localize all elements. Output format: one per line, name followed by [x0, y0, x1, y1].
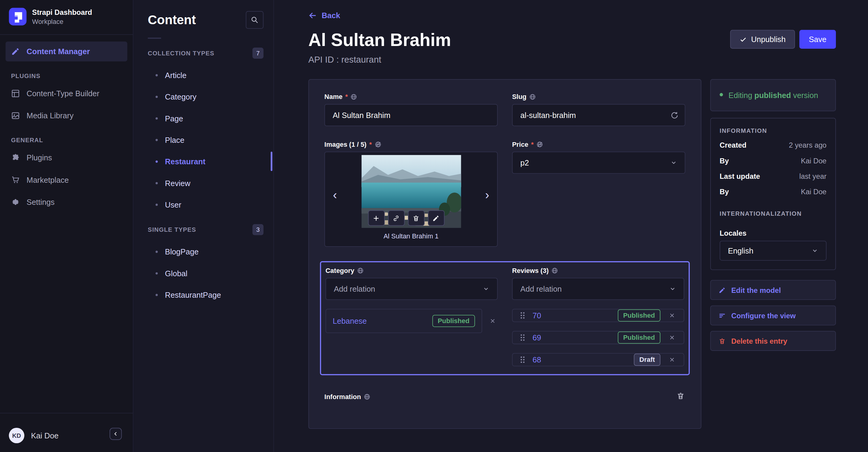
- sidebar-item-plugins[interactable]: Plugins: [5, 148, 127, 168]
- subnav-item-label: Review: [165, 179, 190, 187]
- sidebar-item-label: Content-Type Builder: [27, 89, 100, 98]
- subnav-item-restaurant[interactable]: Restaurant: [148, 151, 263, 172]
- reviews-add-relation-combobox[interactable]: Add relation: [512, 278, 684, 300]
- pencil-icon: [11, 47, 20, 56]
- drag-handle-icon[interactable]: [519, 332, 526, 343]
- category-field-label: Category: [326, 267, 354, 275]
- carousel-next-button[interactable]: ›: [483, 189, 492, 202]
- bullet: [156, 74, 158, 76]
- sidebar-item-settings[interactable]: Settings: [5, 192, 127, 212]
- content-type-builder-icon: [11, 89, 20, 98]
- status-badge: Published: [618, 331, 660, 344]
- subnav-item-category[interactable]: Category: [148, 86, 263, 107]
- edit-model-button[interactable]: Edit the model: [710, 280, 836, 300]
- add-relation-placeholder: Add relation: [334, 284, 375, 293]
- editing-suffix: version: [793, 91, 818, 100]
- brand[interactable]: Strapi Dashboard Workplace: [0, 0, 133, 33]
- information-field-label: Information: [324, 393, 361, 401]
- info-value: 2 years ago: [789, 141, 827, 150]
- search-button[interactable]: [246, 11, 264, 29]
- divider: [0, 34, 133, 35]
- status-badge: Draft: [634, 354, 660, 366]
- delete-component-button[interactable]: [676, 392, 685, 402]
- sidebar-item-content-manager[interactable]: Content Manager: [5, 41, 127, 61]
- delete-asset-button[interactable]: [408, 210, 424, 226]
- reviews-field-label: Reviews (3): [512, 267, 549, 275]
- add-asset-button[interactable]: [368, 210, 384, 226]
- sidebar-item-label: Media Library: [27, 111, 73, 120]
- media-library-icon: [11, 111, 20, 120]
- subnav-title: Content: [148, 12, 196, 27]
- delete-entry-label: Delete this entry: [731, 337, 787, 345]
- remove-relation-button[interactable]: [667, 332, 677, 343]
- bullet: [156, 251, 158, 253]
- subnav-item-label: RestaurantPage: [165, 290, 221, 299]
- locale-select[interactable]: English: [720, 241, 827, 261]
- back-link[interactable]: Back: [308, 11, 340, 20]
- check-icon: [739, 36, 747, 43]
- delete-entry-button[interactable]: Delete this entry: [710, 331, 836, 351]
- slug-input[interactable]: [512, 104, 685, 126]
- globe-strike-icon: [536, 141, 543, 148]
- carousel-previous-button[interactable]: ‹: [331, 189, 339, 202]
- drag-handle-icon[interactable]: [519, 355, 526, 364]
- subnav-item-label: Restaurant: [165, 157, 206, 166]
- subnav-item-review[interactable]: Review: [148, 172, 263, 194]
- editing-status-card: Editing published version: [710, 79, 836, 111]
- collapse-sidebar-button[interactable]: [110, 428, 122, 440]
- subnav-item-blogpage[interactable]: BlogPage: [148, 241, 263, 262]
- subnav-item-article[interactable]: Article: [148, 64, 263, 86]
- required-mark: *: [345, 93, 348, 101]
- globe-strike-icon: [375, 141, 381, 148]
- status-badge: Published: [618, 309, 660, 321]
- globe-icon: [357, 267, 364, 274]
- chevron-down-icon: [483, 286, 489, 292]
- category-add-relation-combobox[interactable]: Add relation: [326, 278, 498, 300]
- sidebar-item-media-library[interactable]: Media Library: [5, 105, 127, 126]
- subnav-item-restaurantpage[interactable]: RestaurantPage: [148, 284, 263, 305]
- info-value: last year: [799, 172, 827, 180]
- subnav-item-label: BlogPage: [165, 247, 198, 256]
- relation-link[interactable]: 68: [533, 355, 627, 364]
- regenerate-slug-button[interactable]: [669, 109, 680, 121]
- back-label: Back: [322, 11, 340, 20]
- unpublish-label: Unpublish: [751, 35, 786, 43]
- sidebar-item-label: Content Manager: [27, 47, 90, 56]
- price-select[interactable]: p2: [512, 152, 685, 174]
- edit-asset-button[interactable]: [428, 210, 444, 226]
- subnav-item-global[interactable]: Global: [148, 262, 263, 284]
- globe-icon: [529, 94, 536, 100]
- sidebar-item-marketplace[interactable]: Marketplace: [5, 170, 127, 190]
- user-name: Kai Doe: [31, 431, 58, 440]
- api-id-subtitle: API ID : restaurant: [308, 55, 451, 65]
- relation-link[interactable]: 69: [533, 333, 611, 342]
- configure-view-button[interactable]: Configure the view: [710, 305, 836, 326]
- avatar[interactable]: KD: [9, 428, 24, 443]
- drag-handle-icon[interactable]: [519, 311, 526, 320]
- bullet: [156, 96, 158, 98]
- subnav-item-label: Global: [165, 269, 187, 278]
- unpublish-button[interactable]: Unpublish: [730, 30, 795, 49]
- copy-link-button[interactable]: [388, 210, 404, 226]
- link-icon: [393, 215, 400, 222]
- subnav-item-place[interactable]: Place: [148, 129, 263, 150]
- name-input[interactable]: [324, 104, 498, 126]
- save-button[interactable]: Save: [799, 30, 836, 49]
- relation-link[interactable]: 70: [533, 311, 611, 320]
- name-field-label: Name: [324, 93, 343, 101]
- locales-label: Locales: [720, 229, 827, 237]
- required-mark: *: [531, 141, 534, 149]
- remove-relation-button[interactable]: [667, 355, 677, 364]
- strapi-logo-icon: [9, 8, 27, 26]
- remove-relation-button[interactable]: [488, 316, 498, 326]
- subnav-item-page[interactable]: Page: [148, 107, 263, 129]
- remove-relation-button[interactable]: [667, 311, 677, 320]
- add-relation-placeholder: Add relation: [520, 284, 562, 293]
- sidebar-item-content-type-builder[interactable]: Content-Type Builder: [5, 84, 127, 103]
- divider: [0, 413, 133, 414]
- information-heading: INFORMATION: [720, 127, 827, 134]
- relation-link[interactable]: Lebanese: [333, 317, 426, 325]
- content-subnav: Content COLLECTION TYPES 7 Article Categ…: [133, 0, 274, 452]
- subnav-item-user[interactable]: User: [148, 194, 263, 215]
- sidebar-section-plugins: PLUGINS: [11, 73, 122, 79]
